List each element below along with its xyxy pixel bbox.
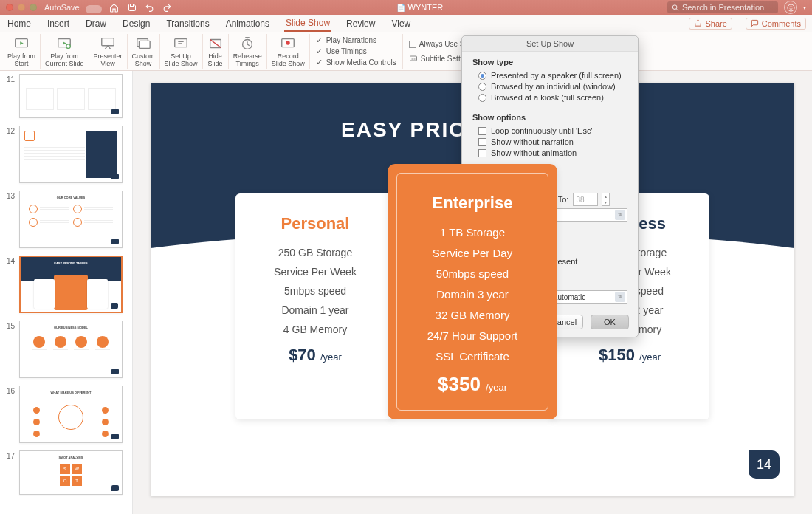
hide-icon bbox=[207, 35, 224, 52]
thumb-16[interactable]: 16WHAT MAKE US DIFFERENT bbox=[4, 386, 128, 443]
radio-browsed-individual[interactable]: Browsed by an individual (window) bbox=[472, 82, 627, 91]
presenter-icon bbox=[100, 35, 116, 52]
smiley-icon bbox=[787, 4, 795, 12]
ok-button[interactable]: OK bbox=[591, 315, 629, 329]
svg-point-1 bbox=[672, 4, 677, 9]
share-icon bbox=[694, 19, 702, 27]
content-area: 11 12 13OUR CORE VALUES 14EASY PRICING T… bbox=[0, 71, 812, 514]
to-field[interactable]: 38 bbox=[573, 193, 598, 206]
play-from-start-button[interactable]: Play from Start bbox=[3, 34, 41, 69]
svg-rect-16 bbox=[410, 56, 416, 61]
ribbon: Play from Start Play from Current Slide … bbox=[0, 32, 812, 71]
radio-icon bbox=[478, 83, 486, 91]
svg-point-7 bbox=[66, 44, 71, 48]
radio-browsed-kiosk[interactable]: Browsed at a kiosk (full screen) bbox=[472, 93, 627, 102]
thumb-14[interactable]: 14EASY PRICING TABLES bbox=[4, 256, 128, 313]
custom-show-select[interactable]: ⇅ bbox=[547, 208, 627, 222]
play-current-icon bbox=[56, 35, 72, 52]
record-show-button[interactable]: Record Slide Show bbox=[267, 34, 310, 69]
monitor-select[interactable]: Automatic⇅ bbox=[549, 290, 627, 304]
quick-access-toolbar bbox=[109, 2, 173, 13]
dialog-title: Set Up Show bbox=[462, 36, 638, 52]
stepper-icon[interactable]: ▴▾ bbox=[602, 193, 610, 206]
thumb-17[interactable]: 17SWOT ANALYSISSWOT bbox=[4, 450, 128, 495]
svg-rect-8 bbox=[102, 38, 114, 46]
svg-rect-0 bbox=[130, 4, 133, 7]
chevron-updown-icon: ⇅ bbox=[615, 292, 625, 302]
account-button[interactable] bbox=[784, 1, 797, 14]
check-use-timings[interactable]: ✓Use Timings bbox=[316, 47, 396, 56]
record-icon bbox=[280, 35, 296, 52]
comment-icon bbox=[751, 19, 759, 27]
slide-number-badge: 14 bbox=[749, 450, 780, 479]
redo-icon[interactable] bbox=[162, 2, 173, 13]
close-window-icon[interactable] bbox=[6, 4, 13, 11]
checkmark-icon: ✓ bbox=[316, 35, 323, 45]
play-icon bbox=[13, 35, 30, 52]
clock-icon bbox=[239, 35, 255, 52]
check-without-animation[interactable]: Show without animation bbox=[472, 148, 627, 157]
thumb-13[interactable]: 13OUR CORE VALUES bbox=[4, 191, 128, 248]
checkmark-icon: ✓ bbox=[316, 47, 323, 56]
minimize-window-icon[interactable] bbox=[18, 4, 25, 11]
thumb-12[interactable]: 12 bbox=[4, 126, 128, 183]
check-loop-continuously[interactable]: Loop continuously until 'Esc' bbox=[472, 126, 627, 135]
play-from-current-button[interactable]: Play from Current Slide bbox=[41, 34, 89, 69]
svg-rect-10 bbox=[140, 41, 151, 48]
tab-insert[interactable]: Insert bbox=[46, 16, 71, 31]
svg-rect-11 bbox=[175, 39, 187, 47]
section-show-type: Show type Presented by a speaker (full s… bbox=[462, 52, 638, 107]
ribbon-tabs: Home Insert Draw Design Transitions Anim… bbox=[0, 15, 812, 32]
ribbon-checks-play: ✓Play Narrations ✓Use Timings ✓Show Medi… bbox=[310, 34, 403, 69]
tab-transitions[interactable]: Transitions bbox=[165, 16, 210, 31]
chevron-down-icon[interactable]: ▾ bbox=[803, 4, 806, 11]
chevron-updown-icon: ⇅ bbox=[615, 210, 625, 220]
tab-view[interactable]: View bbox=[390, 16, 412, 31]
checkmark-icon: ✓ bbox=[316, 58, 323, 67]
tab-draw[interactable]: Draw bbox=[84, 16, 108, 31]
radio-icon bbox=[478, 72, 486, 80]
presenter-view-button[interactable]: Presenter View bbox=[89, 34, 128, 69]
rehearse-timings-button[interactable]: Rehearse Timings bbox=[229, 34, 267, 69]
thumb-11[interactable]: 11 bbox=[4, 74, 128, 118]
undo-icon[interactable] bbox=[145, 2, 155, 13]
comments-button[interactable]: Comments bbox=[746, 18, 806, 30]
subtitle-icon bbox=[409, 54, 418, 63]
zoom-window-icon[interactable] bbox=[30, 4, 37, 11]
share-button[interactable]: Share bbox=[689, 18, 732, 30]
checkbox-icon bbox=[478, 127, 486, 135]
search-icon bbox=[672, 4, 679, 12]
tab-slide-show[interactable]: Slide Show bbox=[284, 16, 331, 32]
doc-icon: 📄 bbox=[396, 4, 405, 12]
pricing-card-personal: Personal 250 GB Storage Service Per Week… bbox=[235, 193, 395, 419]
save-icon[interactable] bbox=[127, 2, 137, 13]
slide-thumbnails[interactable]: 11 12 13OUR CORE VALUES 14EASY PRICING T… bbox=[0, 71, 133, 514]
search-input[interactable] bbox=[682, 3, 774, 12]
tab-animations[interactable]: Animations bbox=[224, 16, 271, 31]
custom-show-button[interactable]: Custom Show bbox=[128, 34, 160, 69]
check-without-narration[interactable]: Show without narration bbox=[472, 137, 627, 146]
document-title: 📄 WYNTER bbox=[173, 3, 667, 12]
check-media-controls[interactable]: ✓Show Media Controls bbox=[316, 58, 396, 67]
checkbox-icon bbox=[478, 149, 486, 157]
pricing-card-enterprise: Enterprise 1 TB Storage Service Per Day … bbox=[388, 164, 557, 419]
radio-icon bbox=[478, 94, 486, 102]
tab-home[interactable]: Home bbox=[6, 16, 32, 31]
svg-point-2 bbox=[787, 4, 794, 10]
set-up-show-button[interactable]: Set Up Slide Show bbox=[160, 34, 203, 69]
window-controls bbox=[6, 4, 37, 11]
check-play-narrations[interactable]: ✓Play Narrations bbox=[316, 35, 396, 45]
checkbox-icon bbox=[409, 41, 416, 48]
checkbox-icon bbox=[478, 138, 486, 146]
tab-design[interactable]: Design bbox=[121, 16, 151, 31]
autosave-toggle[interactable] bbox=[86, 5, 102, 13]
search-box[interactable] bbox=[667, 1, 778, 13]
radio-presented-by-speaker[interactable]: Presented by a speaker (full screen) bbox=[472, 71, 627, 80]
home-icon[interactable] bbox=[109, 2, 120, 13]
thumb-15[interactable]: 15OUR BUSINESS MODEL bbox=[4, 321, 128, 378]
hide-slide-button[interactable]: Hide Slide bbox=[203, 34, 229, 69]
doc-name: WYNTER bbox=[408, 3, 444, 12]
section-show-options: Show options Loop continuously until 'Es… bbox=[462, 107, 638, 162]
tab-review[interactable]: Review bbox=[345, 16, 376, 31]
setup-icon bbox=[173, 35, 189, 52]
